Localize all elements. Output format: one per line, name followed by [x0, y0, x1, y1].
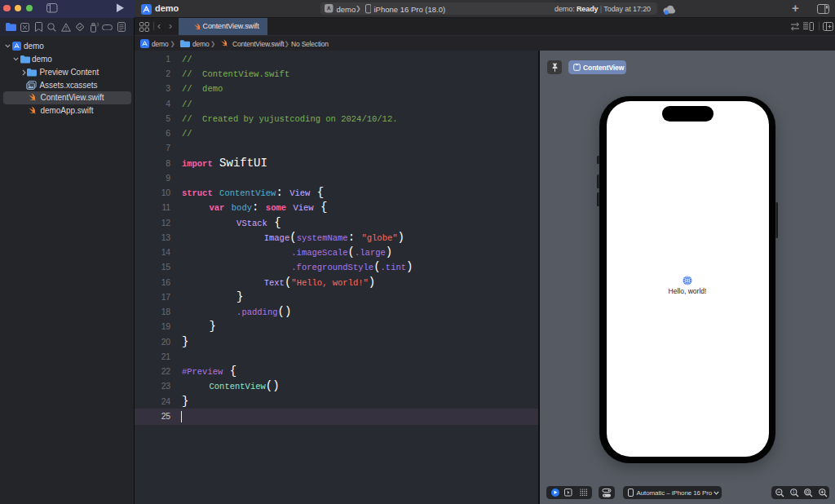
- svg-text:1: 1: [793, 490, 795, 494]
